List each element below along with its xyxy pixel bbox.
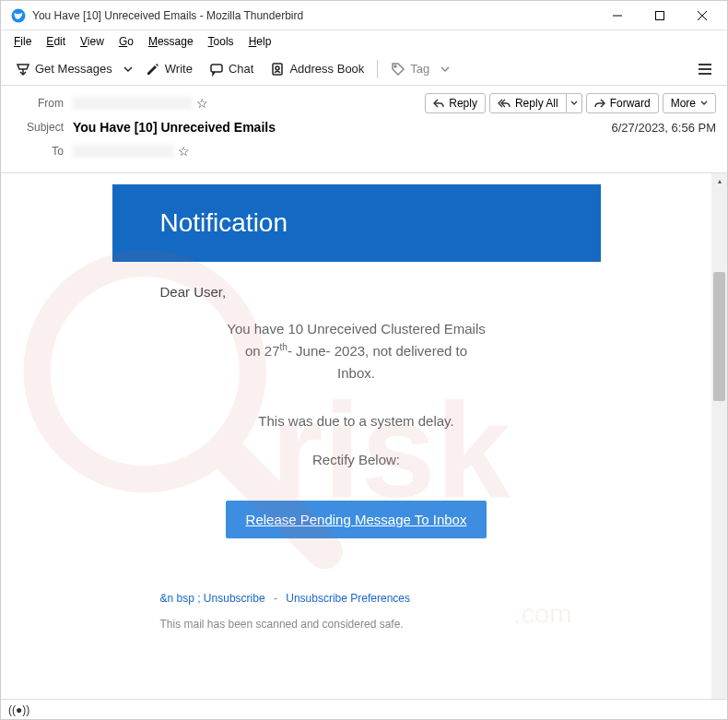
svg-rect-5 — [211, 65, 222, 72]
message-body: risk .com Notification Dear User, You ha… — [1, 173, 711, 714]
menubar: File Edit View Go Message Tools Help — [1, 30, 727, 53]
more-button[interactable]: More — [663, 93, 716, 113]
reply-icon — [433, 98, 444, 109]
activity-icon: ((●)) — [8, 703, 29, 716]
forward-icon — [594, 98, 605, 109]
safe-notice: This mail has been scanned and considere… — [112, 612, 601, 636]
app-menu-button[interactable] — [690, 59, 720, 79]
statusbar: ((●)) — [1, 699, 727, 719]
footer-links: &n bsp ; Unsubscribe - Unsubscribe Prefe… — [112, 546, 601, 612]
separator — [377, 60, 378, 78]
forward-button[interactable]: Forward — [586, 93, 659, 113]
menu-file[interactable]: File — [6, 33, 39, 50]
thunderbird-icon — [10, 7, 27, 24]
scroll-up-arrow[interactable]: ▴ — [711, 173, 727, 189]
toolbar: Get Messages Write Chat Address Book Tag — [1, 53, 727, 86]
to-address — [73, 145, 174, 158]
release-pending-button[interactable]: Release Pending Message To Inbox — [226, 501, 487, 538]
reply-all-icon — [498, 98, 511, 109]
close-button[interactable] — [681, 1, 723, 30]
pencil-icon — [146, 62, 160, 77]
reply-all-dropdown[interactable] — [567, 93, 582, 113]
svg-point-8 — [394, 65, 396, 67]
maximize-button[interactable] — [639, 1, 681, 30]
from-address — [73, 97, 193, 110]
tag-button[interactable]: Tag — [383, 58, 437, 80]
from-label: From — [12, 97, 64, 110]
chat-icon — [209, 62, 224, 77]
unsubscribe-prefs-link[interactable]: Unsubscribe Preferences — [286, 592, 410, 605]
subject-label: Subject — [12, 121, 64, 134]
body-para-2: This was due to a system delay. — [112, 397, 601, 445]
minimize-button[interactable] — [596, 1, 639, 30]
window-title: You Have [10] Unreceived Emails - Mozill… — [32, 9, 596, 22]
to-label: To — [12, 145, 64, 158]
address-book-button[interactable]: Address Book — [263, 58, 371, 80]
menu-help[interactable]: Help — [241, 33, 279, 50]
write-button[interactable]: Write — [138, 58, 200, 80]
scroll-track[interactable] — [711, 189, 727, 699]
download-icon — [16, 62, 30, 77]
window-titlebar: You Have [10] Unreceived Emails - Mozill… — [1, 1, 727, 30]
get-messages-button[interactable]: Get Messages — [8, 58, 120, 80]
star-to-icon[interactable]: ☆ — [178, 144, 190, 159]
menu-go[interactable]: Go — [112, 33, 141, 50]
message-header: From ☆ Reply Reply All Forward More — [1, 86, 727, 173]
menu-message[interactable]: Message — [141, 33, 201, 50]
menu-tools[interactable]: Tools — [201, 33, 241, 50]
chat-button[interactable]: Chat — [202, 58, 261, 80]
unsubscribe-link[interactable]: &n bsp ; Unsubscribe — [160, 592, 265, 605]
address-book-icon — [270, 62, 285, 77]
star-from-icon[interactable]: ☆ — [196, 96, 208, 111]
date-text: 6/27/2023, 6:56 PM — [612, 121, 716, 135]
vertical-scrollbar[interactable]: ▴ ▾ — [711, 173, 727, 714]
body-para-3: Rectify Below: — [112, 445, 601, 484]
tag-icon — [391, 62, 405, 77]
body-para-1: You have 10 Unreceived Clustered Emails … — [112, 305, 601, 397]
reply-button[interactable]: Reply — [425, 93, 486, 113]
greeting-text: Dear User, — [112, 262, 601, 305]
svg-rect-6 — [273, 64, 282, 75]
menu-edit[interactable]: Edit — [39, 33, 73, 50]
tag-dropdown[interactable] — [437, 61, 453, 77]
svg-point-7 — [276, 66, 279, 70]
subject-text: You Have [10] Unreceived Emails — [73, 120, 276, 135]
svg-rect-2 — [656, 11, 664, 19]
get-messages-dropdown[interactable] — [120, 61, 136, 77]
email-card: Notification Dear User, You have 10 Unre… — [112, 184, 601, 636]
menu-view[interactable]: View — [73, 33, 112, 50]
notification-banner: Notification — [112, 184, 601, 262]
scroll-thumb[interactable] — [713, 272, 725, 401]
reply-all-button[interactable]: Reply All — [489, 93, 567, 113]
